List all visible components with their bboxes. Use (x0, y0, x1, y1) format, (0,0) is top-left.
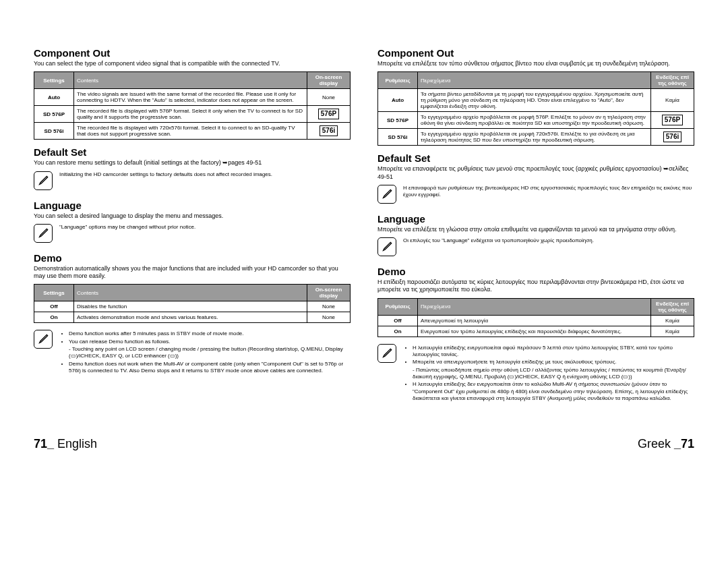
footer-lang-right: Greek (638, 437, 671, 450)
list-item: Η λειτουργία επίδειξης ενεργοποιείται αφ… (413, 345, 694, 359)
note-demo: Demo function works after 5 minutes pass… (34, 330, 351, 375)
note-icon (34, 330, 53, 349)
table-row: Off Απενεργοποιεί τη λειτουργία Καμία (378, 315, 694, 326)
page-footer: 71_ English Greek _71 (0, 433, 728, 471)
heading-default-set: Default Set (34, 146, 351, 158)
table-row: On Activates demonstration mode and show… (34, 312, 351, 323)
heading-component-out: Component Out (34, 47, 351, 59)
table-row: Auto The video signals are issued with t… (34, 89, 351, 106)
note-language: Οι επιλογές του "Language" ενδέχεται να … (377, 237, 694, 256)
heading-default-set: Default Set (377, 152, 694, 164)
intro-text: You can select the type of component vid… (34, 60, 351, 67)
heading-language: Language (34, 200, 351, 211)
language-text: Μπορείτε να επιλέξετε τη γλώσσα στην οπο… (377, 226, 694, 233)
osd-576p-icon: 576P (651, 112, 694, 129)
note-icon (34, 171, 53, 190)
note-text: Η λειτουργία επίδειξης ενεργοποιείται αφ… (403, 344, 694, 403)
note-text: "Language" options may be changed withou… (59, 224, 351, 231)
note-text: Οι επιλογές του "Language" ενδέχεται να … (403, 237, 694, 244)
table-row: On Ενεργοποιεί τον τρόπο λειτουργίας επί… (378, 326, 694, 337)
footer-left: 71_ English (34, 437, 97, 451)
note-text: Initializing the HD camcorder settings t… (59, 171, 351, 178)
demo-text: Demonstration automatically shows you th… (34, 265, 351, 281)
note-default-set: Η επαναφορά των ρυθμίσεων της βιντεοκάμε… (377, 185, 694, 204)
osd-576i-icon: 576i (307, 123, 351, 140)
osd-576i-icon: 576i (651, 129, 694, 146)
note-text: Η επαναφορά των ρυθμίσεων της βιντεοκάμε… (403, 185, 694, 199)
list-item: - Πατώντας οποιοδήποτε σημείο στην οθόνη… (413, 367, 694, 381)
demo-text: Η επίδειξη παρουσιάζει αυτόματα τις κύρι… (377, 279, 694, 294)
note-icon (377, 185, 396, 204)
right-column: Component Out Μπορείτε να επιλέξετε τον … (377, 40, 694, 413)
list-item: - Touching any point on LCD screen / cha… (69, 346, 351, 360)
page-number-left: 71_ (34, 437, 54, 450)
table-row: SD 576i Το εγγεγραμμένο αρχείο προβάλλετ… (378, 129, 694, 146)
heading-demo: Demo (377, 266, 694, 277)
note-icon (34, 224, 53, 243)
demo-table: Ρυθμίσεις Περιεχόμενα Ενδείξεις επί της … (377, 298, 694, 337)
note-demo: Η λειτουργία επίδειξης ενεργοποιείται αφ… (377, 344, 694, 403)
heading-demo: Demo (34, 252, 351, 264)
heading-language: Language (377, 213, 694, 225)
th-settings: Settings (34, 72, 74, 89)
list-item: Μπορείτε να απενεργοποιήσετε τη λειτουργ… (413, 359, 694, 366)
footer-lang-left: English (57, 437, 97, 450)
table-row: Off Disables the function None (34, 301, 351, 312)
osd-576p-icon: 576P (307, 106, 351, 123)
list-item: You can release Demo function as follows… (69, 339, 351, 345)
page-number-right: _71 (674, 437, 694, 450)
intro-text: Μπορείτε να επιλέξετε τον τύπο σύνθετου … (377, 60, 694, 67)
list-item: Η λειτουργία επίδειξης δεν ενεργοποιείτα… (413, 381, 694, 402)
note-icon (377, 344, 396, 363)
left-column: Component Out You can select the type of… (34, 40, 351, 413)
list-item: Demo function works after 5 minutes pass… (69, 330, 351, 337)
heading-component-out: Component Out (377, 47, 694, 59)
page-spread: Component Out You can select the type of… (0, 0, 728, 433)
table-row: SD 576P Το εγγεγραμμένο αρχείο προβάλλετ… (378, 112, 694, 129)
language-text: You can select a desired language to dis… (34, 212, 351, 220)
note-icon (377, 237, 396, 256)
table-row: SD 576i The recorded file is displayed w… (34, 123, 351, 140)
default-set-text: Μπορείτε να επαναφέρετε τις ρυθμίσεις τω… (377, 165, 694, 181)
note-language: "Language" options may be changed withou… (34, 224, 351, 243)
table-row: SD 576P The recorded file is displayed w… (34, 106, 351, 123)
note-text: Demo function works after 5 minutes pass… (59, 330, 351, 375)
list-item: Demo function does not work when the Mul… (69, 361, 351, 375)
component-out-table: Settings Contents On-screen display Auto… (34, 71, 351, 140)
table-row: Auto Τα σήματα βίντεο μεταδίδονται με τη… (378, 89, 694, 112)
component-out-table: Ρυθμίσεις Περιεχόμενα Ενδείξεις επί της … (377, 71, 694, 146)
footer-right: Greek _71 (638, 437, 694, 451)
demo-table: Settings Contents On-screen display Off … (34, 284, 351, 323)
default-set-text: You can restore menu settings to default… (34, 159, 351, 167)
th-contents: Contents (74, 72, 307, 89)
note-default-set: Initializing the HD camcorder settings t… (34, 171, 351, 190)
th-osd: On-screen display (307, 72, 351, 89)
